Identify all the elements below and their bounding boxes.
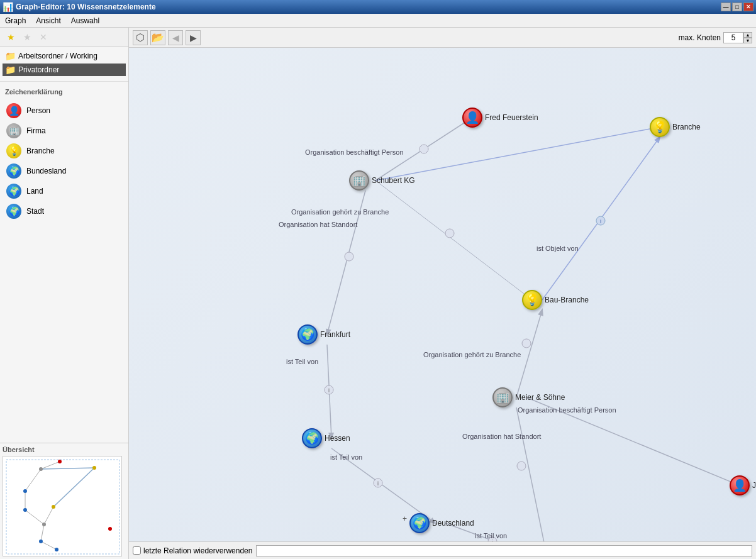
svg-line-1 (25, 469, 41, 491)
menu-graph[interactable]: Graph (0, 15, 31, 26)
node-icon-frankfurt: 🌍 (297, 324, 318, 345)
overview-title: Übersicht (3, 446, 126, 453)
right-panel: ⬡ 📂 ◀ ▶ max. Knoten ▲ ▼ (129, 28, 756, 559)
legend-land[interactable]: 🌍 Land (3, 181, 126, 201)
edge-label-9: ist Teil von (330, 453, 362, 461)
window-title: Graph-Editor: 10 Wissensnetzelemente (16, 3, 156, 11)
node-jana[interactable]: 👤 Jana Schmidt (730, 475, 756, 495)
edge-label-4: ist Objekt von (536, 245, 579, 252)
legend-stadt[interactable]: 🌍 Stadt (3, 201, 126, 221)
svg-line-23 (542, 137, 660, 300)
node-bau-branche[interactable]: 💡 Bau-Branche (522, 290, 589, 310)
node-fred[interactable]: 👤 Fred Feuerstein (462, 108, 538, 128)
knoten-spinner: ▲ ▼ (723, 32, 752, 43)
legend-bundesland[interactable]: 🌍 Bundesland (3, 161, 126, 181)
bottom-text-input[interactable] (256, 545, 752, 556)
legend-icon-branche: 💡 (6, 143, 21, 158)
overview-svg (3, 457, 122, 556)
delete-button: ✕ (36, 30, 50, 44)
graph-btn-forward[interactable]: ▶ (186, 30, 201, 45)
close-button[interactable]: ✕ (743, 3, 753, 11)
graph-canvas[interactable]: i i i i Organisation beschäftigt Person … (129, 48, 756, 541)
menubar: Graph Ansicht Auswahl (0, 14, 756, 28)
node-label-branche-top: Branche (672, 123, 701, 131)
edge-label-10: ist Teil von (475, 532, 507, 540)
node-frankfurt[interactable]: 🌍 Frankfurt (297, 324, 350, 345)
node-schubert[interactable]: 🏢 Schubert KG (349, 170, 415, 191)
svg-line-8 (53, 468, 94, 507)
graph-toolbar-left: ⬡ 📂 ◀ ▶ (133, 30, 201, 45)
node-hessen[interactable]: 🌍 Hessen (302, 428, 350, 448)
overview-canvas[interactable] (3, 456, 122, 556)
menu-ansicht[interactable]: Ansicht (31, 15, 65, 26)
folder-private-label: Privatordner (18, 65, 59, 74)
titlebar-controls[interactable]: — □ ✕ (721, 3, 753, 11)
svg-text:i: i (328, 387, 330, 394)
legend-firma[interactable]: 🏢 Firma (3, 121, 126, 141)
node-meier[interactable]: 🏢 Meier & Söhne (492, 387, 565, 407)
legend-label-stadt: Stadt (26, 207, 44, 216)
svg-point-39 (517, 462, 526, 470)
svg-point-32 (345, 252, 353, 261)
svg-point-31 (420, 145, 428, 153)
svg-text:i: i (492, 539, 493, 541)
node-icon-branche-top: 💡 (650, 117, 670, 137)
folder-icon-private: 📁 (5, 65, 16, 75)
left-panel: ★ ★ ✕ 📁 Arbeitsordner / Working 📁 Privat… (0, 28, 129, 559)
svg-rect-19 (6, 460, 120, 554)
svg-point-34 (596, 216, 605, 225)
svg-point-16 (108, 527, 112, 531)
node-icon-hessen: 🌍 (302, 428, 322, 448)
overview-panel: Übersicht (0, 443, 128, 559)
titlebar: 📊 Graph-Editor: 10 Wissensnetzelemente —… (0, 0, 756, 14)
legend-icon-firma: 🏢 (6, 123, 21, 138)
graph-btn-export[interactable]: ⬡ (133, 30, 148, 45)
max-knoten-label: max. Knoten (679, 33, 721, 42)
expand-deutschland: + (403, 514, 407, 523)
node-label-frankfurt: Frankfurt (320, 330, 350, 339)
legend-icon-bundesland: 🌍 (6, 163, 21, 179)
edge-label-5: ist Teil von (286, 358, 318, 365)
graph-btn-folder[interactable]: 📂 (150, 30, 165, 45)
spinner-down[interactable]: ▼ (743, 38, 752, 43)
node-branche-top[interactable]: 💡 Branche (650, 117, 701, 137)
node-icon-meier: 🏢 (492, 387, 513, 407)
maximize-button[interactable]: □ (732, 3, 742, 11)
svg-line-7 (41, 541, 57, 550)
svg-line-4 (25, 510, 44, 524)
svg-line-21 (375, 127, 660, 180)
reuse-relation-checkbox[interactable] (133, 546, 141, 555)
svg-line-22 (327, 191, 365, 335)
node-label-schubert: Schubert KG (372, 176, 415, 185)
legend-icon-land: 🌍 (6, 184, 21, 199)
minimize-button[interactable]: — (721, 3, 731, 11)
svg-line-28 (331, 448, 435, 523)
graph-btn-back[interactable]: ◀ (168, 30, 183, 45)
folder-working[interactable]: 📁 Arbeitsordner / Working (3, 50, 126, 62)
svg-line-26 (526, 397, 740, 485)
node-icon-schubert: 🏢 (349, 170, 369, 191)
legend-icon-person: 👤 (6, 103, 21, 118)
node-icon-bau-branche: 💡 (522, 290, 542, 310)
menu-auswahl[interactable]: Auswahl (66, 15, 104, 26)
spinner-up[interactable]: ▲ (743, 32, 752, 38)
node-label-deutschland: Deutschland (432, 519, 474, 528)
svg-point-11 (39, 467, 43, 471)
legend-label-land: Land (26, 187, 43, 196)
star-button-1[interactable]: ★ (4, 30, 18, 44)
folder-private[interactable]: 📁 Privatordner (3, 64, 126, 76)
svg-line-2 (41, 468, 94, 469)
svg-point-40 (374, 479, 382, 487)
node-icon-jana: 👤 (730, 475, 750, 495)
svg-point-17 (39, 540, 43, 543)
node-deutschland[interactable]: + 🌍 Deutschland (403, 513, 474, 533)
spinner-buttons: ▲ ▼ (743, 32, 752, 43)
svg-point-42 (488, 537, 497, 541)
legend-branche[interactable]: 💡 Branche (3, 141, 126, 161)
svg-line-25 (516, 310, 542, 397)
node-icon-deutschland: 🌍 (409, 513, 430, 533)
legend-label-firma: Firma (26, 126, 46, 135)
legend-person[interactable]: 👤 Person (3, 101, 126, 121)
legend-label-branche: Branche (26, 147, 55, 155)
knoten-input[interactable] (723, 32, 743, 43)
